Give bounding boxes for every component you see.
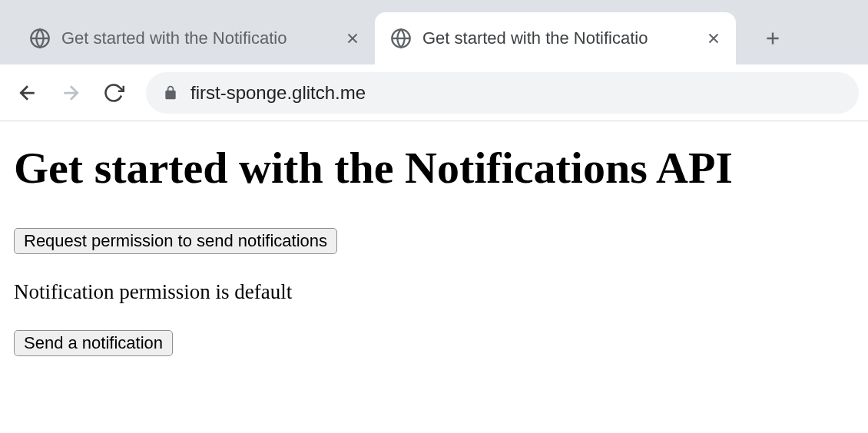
request-permission-button[interactable]: Request permission to send notifications xyxy=(14,228,337,254)
page-content: Get started with the Notifications API R… xyxy=(0,121,868,378)
forward-button[interactable] xyxy=(52,74,89,111)
back-button[interactable] xyxy=(9,74,46,111)
arrow-right-icon xyxy=(59,81,82,104)
globe-icon xyxy=(390,28,412,49)
close-icon xyxy=(705,30,722,47)
close-tab-button[interactable] xyxy=(705,30,722,47)
arrow-left-icon xyxy=(16,81,39,104)
tab-title: Get started with the Notificatio xyxy=(61,28,340,48)
reload-icon xyxy=(103,82,124,104)
page-heading: Get started with the Notifications API xyxy=(14,143,854,194)
tab-title: Get started with the Notificatio xyxy=(422,28,701,48)
browser-chrome: Get started with the Notificatio Get sta… xyxy=(0,0,868,121)
address-bar[interactable] xyxy=(146,72,859,114)
browser-toolbar xyxy=(0,64,868,121)
browser-tab-0[interactable]: Get started with the Notificatio xyxy=(14,12,375,64)
globe-icon xyxy=(29,28,51,49)
new-tab-button[interactable] xyxy=(751,17,794,60)
reload-button[interactable] xyxy=(95,74,132,111)
send-notification-button[interactable]: Send a notification xyxy=(14,330,173,356)
lock-icon xyxy=(163,85,178,101)
tab-strip: Get started with the Notificatio Get sta… xyxy=(0,0,868,64)
close-tab-button[interactable] xyxy=(344,30,361,47)
permission-status-text: Notification permission is default xyxy=(14,280,854,304)
browser-tab-1[interactable]: Get started with the Notificatio xyxy=(375,12,736,64)
plus-icon xyxy=(763,28,783,48)
url-input[interactable] xyxy=(190,82,842,104)
close-icon xyxy=(344,30,361,47)
